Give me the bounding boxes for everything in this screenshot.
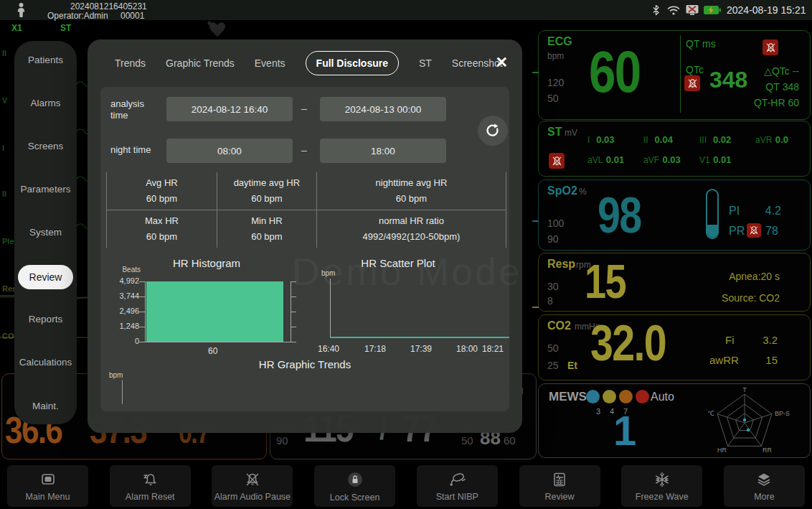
sidebar-item-screens[interactable]: Screens bbox=[14, 141, 77, 151]
st-lead-label: V1 bbox=[699, 155, 710, 165]
histogram-title: HR Histogram bbox=[128, 257, 285, 269]
more-button[interactable]: More bbox=[724, 465, 805, 507]
scatter-y-axis bbox=[330, 279, 331, 337]
monitor-screen: 2024081216405231 Operator:Admin 00001 bbox=[0, 0, 812, 509]
sidebar-item-patients[interactable]: Patients bbox=[14, 55, 77, 65]
alarm-reset-icon bbox=[141, 471, 159, 488]
mews-label: MEWS bbox=[549, 390, 587, 404]
cell-label: normal HR ratio bbox=[317, 215, 506, 226]
histogram-x-axis bbox=[145, 342, 296, 342]
co2-limit-high: 50 bbox=[547, 342, 559, 354]
tab-events[interactable]: Events bbox=[255, 57, 285, 69]
refresh-icon bbox=[486, 123, 500, 138]
analysis-end-input[interactable]: 2024-08-13 00:00 bbox=[320, 97, 446, 121]
refresh-button[interactable] bbox=[478, 116, 508, 146]
alarm-reset-button[interactable]: Alarm Reset bbox=[110, 465, 191, 507]
tab-graphic-trends[interactable]: Graphic Trends bbox=[166, 57, 235, 69]
close-icon[interactable]: ✕ bbox=[495, 54, 508, 71]
radar-label-t: T bbox=[742, 386, 747, 393]
analysis-time-label: analysis time bbox=[110, 98, 158, 122]
battery-charging-icon bbox=[703, 5, 722, 15]
table-cell: normal HR ratio4992/4992(120-50bpm) bbox=[316, 210, 506, 248]
mews-dot-mid bbox=[603, 390, 616, 403]
tick bbox=[291, 327, 296, 327]
ecg-unit: bpm bbox=[547, 51, 564, 61]
co2-panel: CO2 mmHg 50 25 Et 32.0 Fi 3.2 awRR 15 bbox=[538, 314, 811, 380]
st-lead-value: 0.04 bbox=[655, 134, 673, 145]
st-lead-label: aVR bbox=[755, 135, 772, 145]
alarm-audio-pause-button[interactable]: Alarm Audio Pause bbox=[212, 465, 293, 507]
tick bbox=[139, 312, 145, 312]
main-menu-button[interactable]: Main Menu bbox=[7, 465, 88, 507]
sidebar-item-system[interactable]: System bbox=[14, 227, 77, 238]
graphic-trends-title: HR Graphic Trends bbox=[226, 358, 384, 370]
scatter-xtick: 18:00 bbox=[456, 344, 478, 354]
main-menu-icon bbox=[39, 471, 57, 488]
alarm-off-icon bbox=[684, 75, 700, 91]
tick bbox=[139, 327, 145, 327]
histogram-ytick: 0 bbox=[106, 337, 139, 345]
table-cell: nighttime avg HR60 bpm bbox=[316, 172, 506, 210]
spo2-label: SpO2 bbox=[547, 185, 577, 197]
graphic-trends-y-axis bbox=[122, 380, 123, 404]
sidebar-item-reports[interactable]: Reports bbox=[14, 314, 77, 324]
st-lead-label: II bbox=[643, 135, 648, 145]
scatter-xtick: 17:18 bbox=[364, 344, 386, 354]
status-bar: 2024081216405231 Operator:Admin 00001 bbox=[0, 0, 812, 20]
tab-trends[interactable]: Trends bbox=[115, 57, 146, 69]
st-lead-label: aVF bbox=[643, 155, 659, 165]
night-end-input[interactable]: 18:00 bbox=[320, 139, 446, 163]
night-time-separator: – bbox=[301, 144, 307, 156]
cell-label: Avg HR bbox=[107, 177, 217, 188]
wave-endpoint-mark bbox=[532, 72, 539, 73]
st-label: ST bbox=[547, 126, 562, 139]
night-start-input[interactable]: 08:00 bbox=[166, 139, 293, 163]
st-lead-label: aVL bbox=[587, 155, 603, 165]
sidebar-item-calculations[interactable]: Calculations bbox=[14, 357, 77, 368]
button-label: Alarm Reset bbox=[126, 492, 175, 502]
st-lead-value: 0.03 bbox=[662, 154, 680, 165]
button-label: Main Menu bbox=[26, 492, 70, 502]
bluetooth-icon bbox=[652, 4, 660, 16]
lock-screen-button[interactable]: Lock Screen bbox=[314, 465, 395, 507]
bottom-toolbar: Main Menu Alarm Reset Alarm Audio Pause … bbox=[0, 464, 812, 509]
radar-label-bps: BP-S bbox=[775, 410, 790, 417]
table-cell: Min HR60 bpm bbox=[217, 210, 316, 248]
st-leads-grid: I 0.03 II 0.04 III 0.02 aVR 0.0 aVL 0.01… bbox=[587, 133, 803, 166]
button-label: Alarm Audio Pause bbox=[214, 492, 291, 502]
radar-label-temp: ℃ bbox=[707, 410, 714, 417]
table-cell: Avg HR60 bpm bbox=[107, 172, 217, 210]
mews-threshold-1: 3 bbox=[596, 407, 600, 416]
cell-value: 60 bpm bbox=[107, 193, 217, 204]
review-dialog: Trends Graphic Trends Events Full Disclo… bbox=[88, 39, 522, 433]
pi-label: PI bbox=[729, 205, 740, 218]
awrr-value: 15 bbox=[756, 354, 778, 366]
histogram-ytick: 2,496 bbox=[106, 307, 139, 315]
sidebar-item-parameters[interactable]: Parameters bbox=[14, 184, 77, 195]
ecg-limit-low: 50 bbox=[547, 93, 559, 104]
tick bbox=[291, 312, 296, 312]
review-button[interactable]: Review bbox=[519, 465, 600, 507]
ecg-limit-high: 120 bbox=[547, 77, 564, 88]
ecg-qt-list: △QTc -- QT 348 QT-HR 60 bbox=[711, 65, 799, 108]
cell-value: 60 bpm bbox=[217, 231, 316, 242]
qt-header: QT ms bbox=[686, 38, 716, 50]
sidebar-item-alarms[interactable]: Alarms bbox=[14, 98, 77, 108]
cell-value: 60 bpm bbox=[217, 193, 316, 204]
tab-st[interactable]: ST bbox=[419, 57, 432, 69]
patient-icon bbox=[16, 2, 27, 18]
sidebar-item-review[interactable]: Review bbox=[18, 265, 73, 289]
sidebar-item-maint[interactable]: Maint. bbox=[14, 401, 77, 411]
table-cell: Max HR60 bpm bbox=[107, 210, 217, 248]
analysis-start-input[interactable]: 2024-08-12 16:40 bbox=[166, 97, 293, 121]
start-nibp-button[interactable]: Start NIBP bbox=[417, 465, 498, 507]
mews-radar-chart: T BP-S RR HR ℃ bbox=[686, 386, 804, 456]
tick bbox=[291, 296, 296, 297]
cell-value: 60 bpm bbox=[107, 231, 217, 242]
histogram-y-axis bbox=[145, 281, 146, 342]
freeze-wave-button[interactable]: Freeze Wave bbox=[621, 465, 702, 507]
cell-label: Min HR bbox=[217, 215, 316, 226]
tick bbox=[139, 342, 145, 342]
tab-full-disclosure[interactable]: Full Disclosure bbox=[306, 51, 399, 75]
review-document-icon bbox=[551, 471, 568, 488]
